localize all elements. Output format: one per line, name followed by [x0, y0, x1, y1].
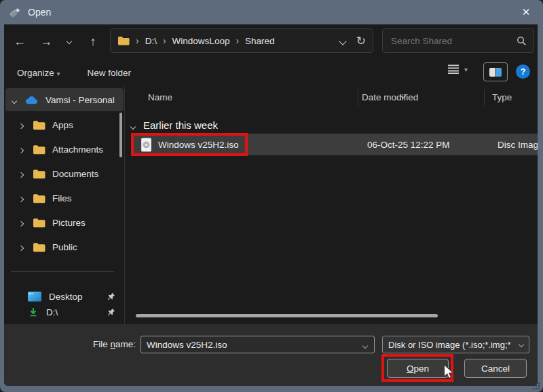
- group-label: Earlier this week: [143, 119, 218, 131]
- file-list: Name Date modified Type Earlier this wee…: [126, 87, 538, 324]
- breadcrumb-current[interactable]: Shared: [245, 36, 275, 46]
- file-name-combobox[interactable]: [141, 336, 375, 353]
- up-icon[interactable]: ↑: [84, 24, 102, 58]
- sidebar-item-label: Vamsi - Personal: [45, 95, 115, 105]
- sidebar-item-attachments[interactable]: Attachments: [4, 137, 125, 161]
- group-header[interactable]: Earlier this week: [131, 117, 218, 133]
- expand-chevron-icon[interactable]: [19, 242, 23, 252]
- help-icon[interactable]: ?: [516, 64, 530, 79]
- collapse-chevron-icon[interactable]: [12, 95, 16, 105]
- preview-pane-icon: [489, 68, 502, 77]
- expand-chevron-icon[interactable]: [19, 120, 23, 130]
- sidebar-item-pictures[interactable]: Pictures: [4, 210, 125, 235]
- folder-icon: [117, 36, 130, 45]
- sidebar-item-apps[interactable]: Apps: [4, 113, 125, 137]
- cancel-button[interactable]: Cancel: [464, 359, 527, 378]
- annotation-box-file: [131, 133, 248, 156]
- expand-chevron-icon[interactable]: [19, 193, 23, 203]
- back-icon[interactable]: ←: [11, 24, 29, 58]
- file-name-input[interactable]: [141, 339, 363, 351]
- search-box[interactable]: [382, 28, 534, 53]
- breadcrumb-drive[interactable]: D:\: [145, 36, 157, 46]
- organize-button[interactable]: Organize ▾: [17, 68, 60, 78]
- horizontal-scrollbar[interactable]: [136, 314, 438, 317]
- file-name-label: File name:: [67, 336, 136, 353]
- open-dialog-window: Open ✕ ← → ↑ › D:\ › WindowsLoop › Share…: [0, 0, 543, 392]
- forward-icon[interactable]: →: [37, 24, 55, 58]
- views-button[interactable]: ▾: [447, 64, 468, 75]
- breadcrumb-folder[interactable]: WindowsLoop: [172, 36, 230, 46]
- folder-icon: [33, 218, 45, 228]
- column-header-name[interactable]: Name: [148, 87, 172, 109]
- file-type-value: Disk or ISO image (*.iso;*.img;*: [388, 340, 511, 350]
- sidebar-item-public[interactable]: Public: [4, 235, 125, 259]
- pin-icon: [107, 308, 115, 317]
- sidebar-item-drive-d[interactable]: D:\: [4, 300, 125, 324]
- navigation-pane: Vamsi - Personal Apps Attachments Docume…: [4, 87, 125, 324]
- expand-chevron-icon[interactable]: [19, 144, 23, 155]
- file-type-chevron-icon: [519, 342, 524, 347]
- sidebar-item-onedrive-root[interactable]: Vamsi - Personal: [5, 88, 124, 111]
- recent-locations-chevron-icon[interactable]: [60, 24, 78, 58]
- expand-chevron-icon[interactable]: [19, 218, 23, 228]
- green-down-arrow-icon: [29, 307, 38, 317]
- folder-icon: [33, 120, 45, 130]
- sidebar-separator: [11, 271, 114, 272]
- sidebar-item-label: Attachments: [52, 144, 103, 155]
- sidebar-item-label: Public: [52, 242, 77, 252]
- column-header-type[interactable]: Type: [492, 87, 512, 109]
- folder-icon: [33, 193, 45, 203]
- breadcrumb-separator: ›: [236, 35, 239, 46]
- sidebar-item-documents[interactable]: Documents: [4, 161, 125, 186]
- search-icon: [517, 36, 527, 46]
- preview-pane-toggle[interactable]: [483, 62, 508, 81]
- sidebar-item-label: Apps: [52, 120, 73, 130]
- column-header-date-modified[interactable]: Date modified: [362, 87, 418, 109]
- column-divider[interactable]: [358, 89, 358, 106]
- folder-icon: [33, 144, 45, 155]
- dialog-body: ← → ↑ › D:\ › WindowsLoop › Shared ↻: [4, 24, 538, 386]
- column-divider[interactable]: [484, 89, 485, 106]
- resize-grip[interactable]: [532, 382, 541, 391]
- onedrive-cloud-icon: [24, 95, 39, 104]
- folder-icon: [33, 242, 45, 252]
- expand-chevron-icon[interactable]: [19, 169, 23, 179]
- file-date-modified: 06-Oct-25 12:22 PM: [367, 140, 450, 150]
- breadcrumb-separator: ›: [163, 35, 166, 46]
- organize-caret-icon: ▾: [57, 70, 60, 77]
- close-icon[interactable]: ✕: [517, 4, 535, 20]
- sidebar-item-files[interactable]: Files: [4, 186, 125, 210]
- list-view-icon: [447, 64, 460, 75]
- new-folder-button[interactable]: New folder: [88, 68, 132, 78]
- usb-drive-icon: [6, 3, 23, 20]
- breadcrumb-separator: ›: [136, 35, 139, 46]
- views-caret-icon: ▾: [464, 66, 468, 73]
- mouse-cursor: [442, 364, 455, 379]
- navigation-bar: ← → ↑ › D:\ › WindowsLoop › Shared ↻: [4, 24, 538, 58]
- window-title: Open: [28, 7, 51, 18]
- group-collapse-chevron-icon[interactable]: [131, 119, 135, 131]
- folder-icon: [33, 169, 45, 179]
- title-bar: Open ✕: [0, 0, 543, 24]
- refresh-icon[interactable]: ↻: [356, 34, 366, 48]
- file-type: Disc Image F: [498, 140, 538, 150]
- dialog-footer: File name: Disk or ISO image (*.iso;*.im…: [4, 324, 538, 386]
- sidebar-scrollbar[interactable]: [119, 113, 122, 157]
- search-input[interactable]: [390, 35, 517, 47]
- address-bar[interactable]: › D:\ › WindowsLoop › Shared ↻: [110, 28, 373, 53]
- address-dropdown-chevron-icon[interactable]: [340, 36, 345, 46]
- file-name-dropdown-chevron-icon[interactable]: [363, 338, 367, 351]
- sidebar-item-label: Pictures: [52, 218, 86, 228]
- sidebar-item-label: D:\: [46, 307, 58, 317]
- sidebar-item-label: Files: [52, 193, 72, 203]
- sidebar-item-label: Documents: [52, 169, 98, 179]
- file-type-dropdown[interactable]: Disk or ISO image (*.iso;*.img;*: [382, 336, 529, 353]
- command-bar: Organize ▾ New folder ▾ ?: [4, 58, 538, 87]
